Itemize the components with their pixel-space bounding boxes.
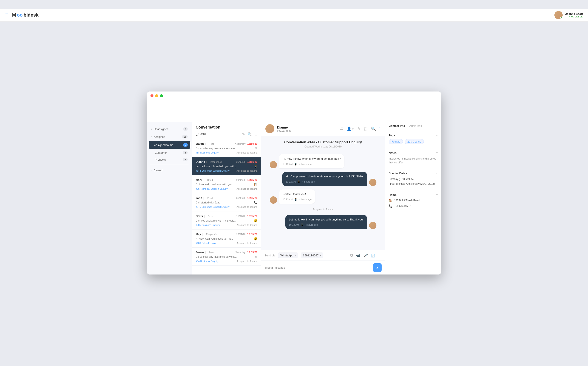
main-wrapper: › Unassigned 2 › Assigned 13 ▾ Assigned … [147, 122, 441, 274]
conv-assigned: Assigned to Joanna [237, 188, 257, 190]
tab-contact-info[interactable]: Contact Info [389, 124, 405, 130]
sidebar-divider [151, 165, 188, 165]
sidebar-item-closed[interactable]: › Closed [147, 167, 192, 174]
conv-status: Read [209, 143, 214, 145]
add-user-icon[interactable]: 👤+ [347, 126, 354, 131]
badge-assigned: 13 [182, 135, 188, 138]
chat-contact-avatar [265, 124, 274, 133]
phone-option: 6591234567 [303, 254, 318, 257]
search-chat-icon[interactable]: 🔍 [371, 126, 376, 131]
tablet-icon: 📋 [254, 183, 257, 186]
mic-icon[interactable]: 🎤 [363, 253, 368, 258]
assigned-badge: Assigned to Joanna [270, 207, 377, 211]
conv-list-toolbar: 💬 6/10 ✎ 🔍 ☰ [196, 132, 257, 136]
msg-meta: 10:12 AM 📱 4 hours ago [283, 162, 341, 166]
compose-icon[interactable]: ✎ [242, 132, 245, 136]
tag-icon[interactable]: 🏷 [339, 127, 343, 131]
conv-item-jason-2[interactable]: Jason | Read Yesterday 12:55/20 Do yo of… [192, 248, 261, 266]
conv-preview: Do yo offer any insurance services... ✉ [196, 147, 257, 150]
conv-item-dianne[interactable]: Dianne | Responded 26/05/20 12:55/20 Let… [192, 157, 261, 175]
home-phone-row: 📞 +65 61234567 [389, 204, 437, 208]
chat-header: Dianne 6591234567 🏷 👤+ ✎ ⬚ 🔍 ℹ [261, 122, 385, 136]
conv-footer: #344 Customer Support Enquiry Assigned t… [196, 169, 257, 172]
msg-bubble-outgoing-2: Let me know if I can help you with anyth… [285, 215, 367, 229]
home-title[interactable]: Home ▾ [389, 193, 437, 197]
message-input[interactable] [264, 263, 370, 272]
conv-preview-text: Can you assist me with my proble... [196, 219, 236, 222]
special-dates-content: Birthday (07/06/1995) First Purchase Ann… [389, 177, 437, 186]
msg-meta: 10:12 AM 📱 4 hours ago [286, 180, 363, 184]
msg-age: 4 hours ago [299, 162, 311, 166]
input-actions: 🖼 📹 🎤 📄 ⋮ [350, 253, 382, 258]
conv-item-jason-1[interactable]: Jason | Read Yesterday 12:55/20 Do yo of… [192, 139, 261, 157]
chat-header-left: Dianne 6591234567 [265, 124, 291, 133]
msg-time: 10:12 AM [286, 180, 296, 184]
traffic-lights [151, 94, 163, 97]
sidebar-item-assigned[interactable]: › Assigned 13 [147, 133, 192, 141]
tab-audit-trail[interactable]: Audit Trail [409, 124, 422, 130]
conv-open-date: Opened Wednesday 06/11/2019 [261, 145, 385, 148]
conv-footer: #100 Sales Enquiry Assigned to Joanna [196, 242, 257, 244]
edit-icon[interactable]: ✎ [357, 126, 361, 131]
smiley-icon: 😊 [254, 219, 257, 222]
conv-date: 28/01/20 [236, 233, 246, 236]
conv-tag: #345 Customer Support Enquiry [196, 206, 229, 208]
chevron-right-icon-2: › [151, 136, 152, 138]
msg-age: 4 hours ago [299, 198, 311, 201]
msg-age: 4 hours ago [302, 180, 315, 184]
conv-footer: #88 Business Enquiry Assigned to Joanna [196, 151, 257, 154]
file-icon[interactable]: 📄 [371, 253, 375, 258]
right-panel: Contact Info Audit Trail Tags ▾ Female 2… [385, 122, 441, 274]
msg-text: Hi, may I know when is my premium due da… [283, 157, 341, 160]
conv-status: Read [209, 251, 214, 254]
filter-icon[interactable]: ☰ [254, 132, 257, 136]
conv-item-mark[interactable]: Mark | Read 20/04/20 12:55/20 I'd love t… [192, 175, 261, 193]
sidebar-item-assigned-to-me[interactable]: ▾ Assigned to me 5 [149, 141, 190, 149]
send-button[interactable]: ➤ [373, 263, 382, 272]
tags-section-title[interactable]: Tags ▾ [389, 134, 437, 137]
special-dates-title[interactable]: Special Dates ▾ [389, 172, 437, 175]
conv-footer: #25 Technical Support Enquiry Assigned t… [196, 188, 257, 190]
conv-item-chris[interactable]: Chris | Read 11/02/20 12:55/20 Can you a… [192, 211, 261, 229]
maximize-button[interactable] [160, 94, 163, 97]
tags-section: Tags ▾ Female 20-30 years [385, 130, 441, 148]
info-icon[interactable]: ℹ [379, 126, 381, 131]
home-phone: +65 61234567 [394, 205, 411, 207]
conv-time: 12:55/20 [247, 142, 257, 145]
chat-contact-phone: 6591234567 [277, 129, 291, 132]
conv-item-jane[interactable]: Jane | Read 05/03/20 12:55/20 Call start… [192, 193, 261, 211]
conv-item-may[interactable]: May | Responded 28/01/20 12:55/20 Hi May… [192, 229, 261, 248]
sidebar-sub-item-customer[interactable]: Customer 3 [155, 149, 192, 156]
tags-label: Tags [389, 134, 395, 137]
conv-preview-text: Let me know if I can help you with.. [196, 165, 236, 168]
chat-contact-info: Dianne 6591234567 [277, 126, 291, 132]
whatsapp-channel-icon-4: 📱 [301, 223, 304, 227]
conv-preview-text: Do yo offer any insurance services... [196, 147, 237, 150]
sidebar-item-unassigned[interactable]: › Unassigned 2 [147, 125, 192, 133]
chevron-down-home: ▾ [436, 194, 437, 197]
search-icon[interactable]: 🔍 [248, 132, 252, 136]
transfer-icon[interactable]: ⬚ [364, 126, 368, 131]
video-icon[interactable]: 📹 [356, 253, 361, 258]
conv-tag: #34 Business Enquiry [196, 260, 219, 262]
image-icon[interactable]: 🖼 [350, 253, 353, 258]
msg-text: Let me know if I can help you with anyth… [289, 218, 363, 221]
sidebar: › Unassigned 2 › Assigned 13 ▾ Assigned … [147, 122, 192, 274]
whatsapp-channel-icon-2: 📱 [297, 180, 301, 184]
minimize-button[interactable] [155, 94, 158, 97]
phone-select[interactable]: 6591234567 ▾ [301, 252, 323, 258]
conv-tag: #100 Sales Enquiry [196, 242, 216, 244]
close-button[interactable] [151, 94, 153, 97]
channel-select[interactable]: WhatsApp ▾ [278, 252, 298, 258]
more-icon[interactable]: ⋮ [378, 253, 382, 258]
notes-section-title[interactable]: Notes ▾ [389, 151, 437, 155]
conv-preview-text: Hi May! Can you please tell me... [196, 237, 234, 240]
conv-status: Responded [210, 161, 222, 163]
chat-input-area: Send via WhatsApp ▾ 6591234567 ▾ 🖼 📹 🎤 📄 [261, 250, 385, 274]
sidebar-sub-item-products[interactable]: Products 2 [155, 156, 192, 163]
conv-date: 20/04/20 [236, 179, 246, 181]
email-icon-2: ✉ [255, 255, 257, 259]
chat-input-toolbar: Send via WhatsApp ▾ 6591234567 ▾ 🖼 📹 🎤 📄 [261, 250, 385, 261]
conv-footer: #205 Business Enquiry Assigned to Joanna [196, 224, 257, 226]
conv-time: 12:55/20 [247, 197, 257, 199]
